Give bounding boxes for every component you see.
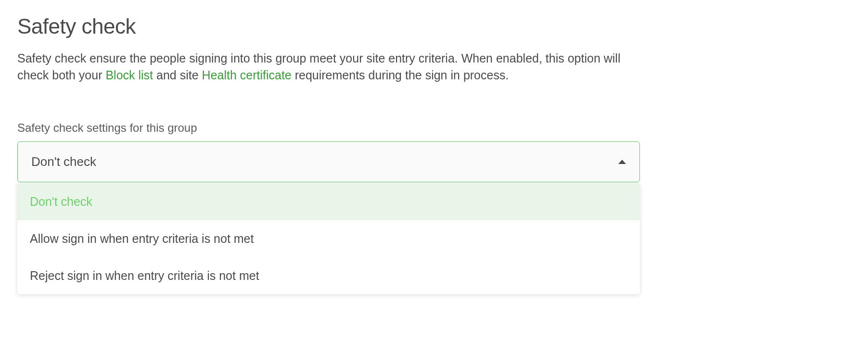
safety-check-select-wrapper: Don't check Don't check Allow sign in wh…: [17, 141, 640, 294]
caret-up-icon: [618, 160, 626, 164]
safety-check-description: Safety check ensure the people signing i…: [17, 50, 643, 84]
safety-check-dropdown: Don't check Allow sign in when entry cri…: [17, 183, 640, 294]
description-text-mid: and site: [153, 68, 202, 82]
select-value: Don't check: [31, 154, 96, 169]
page-title: Safety check: [17, 14, 851, 38]
health-certificate-link[interactable]: Health certificate: [202, 68, 292, 82]
field-label: Safety check settings for this group: [17, 121, 851, 135]
option-allow-sign-in[interactable]: Allow sign in when entry criteria is not…: [17, 220, 640, 257]
block-list-link[interactable]: Block list: [105, 68, 153, 82]
option-dont-check[interactable]: Don't check: [17, 183, 640, 220]
safety-check-select[interactable]: Don't check: [17, 141, 640, 182]
option-reject-sign-in[interactable]: Reject sign in when entry criteria is no…: [17, 257, 640, 294]
description-text-post: requirements during the sign in process.: [292, 68, 509, 82]
